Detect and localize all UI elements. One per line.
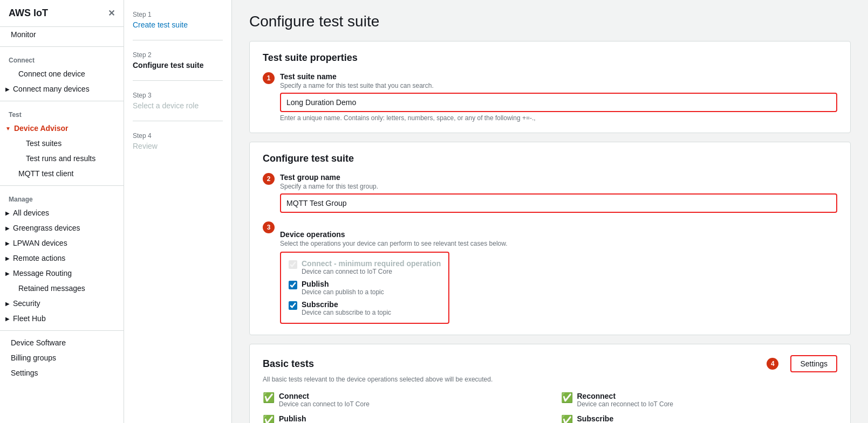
step-1: Step 1 Create test suite	[133, 11, 223, 29]
app-title: AWS IoT	[9, 8, 48, 19]
op-connect-name: Connect - minimum required operation	[302, 259, 441, 268]
close-icon[interactable]: ✕	[108, 8, 115, 18]
chevron-right-icon: ▶	[5, 301, 10, 307]
settings-button[interactable]: Settings	[790, 355, 837, 372]
sidebar-item-test-runs-results[interactable]: Test runs and results	[0, 151, 124, 166]
steps-panel: Step 1 Create test suite Step 2 Configur…	[124, 0, 232, 423]
sidebar-item-label: Settings	[11, 369, 38, 377]
ops-box: Connect - minimum required operation Dev…	[280, 252, 449, 324]
step-badge-4: 4	[767, 358, 778, 370]
test-publish-info: Publish Device can publish to topics	[279, 414, 359, 423]
sidebar-item-connect-many-devices[interactable]: ▶ Connect many devices	[0, 81, 124, 96]
step-2: Step 2 Configure test suite	[133, 51, 223, 70]
device-ops-section: Device operations Select the operations …	[280, 230, 837, 324]
op-subscribe-name: Subscribe	[302, 300, 391, 309]
main-content: Configure test suite Test suite properti…	[232, 0, 868, 423]
step-4: Step 4 Review	[133, 132, 223, 150]
suite-name-hint: Specify a name for this test suite that …	[280, 82, 837, 89]
sidebar-item-fleet-hub[interactable]: ▶ Fleet Hub	[0, 311, 124, 326]
chevron-right-icon: ▶	[5, 255, 10, 261]
suite-name-label: Test suite name	[280, 72, 837, 81]
sidebar-item-settings[interactable]: Settings	[0, 365, 124, 380]
op-connect-text: Connect - minimum required operation Dev…	[302, 259, 441, 275]
sidebar-item-label: Retained messages	[18, 284, 85, 293]
basic-tests-header: Basic tests 4 Settings	[263, 355, 837, 372]
op-publish-name: Publish	[302, 280, 384, 288]
step-3-title: Select a device role	[133, 101, 223, 110]
chevron-right-icon: ▶	[5, 240, 10, 246]
check-circle-icon: ✅	[561, 392, 573, 404]
check-circle-icon: ✅	[263, 414, 275, 423]
op-subscribe-checkbox[interactable]	[289, 301, 297, 310]
tests-grid: ✅ Connect Device can connect to IoT Core…	[263, 392, 837, 423]
op-publish-checkbox[interactable]	[289, 281, 297, 289]
sidebar-item-label: Device Software	[11, 338, 66, 347]
test-item-subscribe: ✅ Subscribe Device can subscribe to topi…	[561, 414, 838, 423]
test-item-reconnect: ✅ Reconnect Device can reconnect to IoT …	[561, 392, 838, 408]
step-3: Step 3 Select a device role	[133, 92, 223, 110]
device-ops-title: Device operations	[280, 230, 837, 239]
sidebar-item-connect-one-device[interactable]: Connect one device	[0, 66, 124, 81]
sidebar-item-message-routing[interactable]: ▶ Message Routing	[0, 266, 124, 281]
step-1-title[interactable]: Create test suite	[133, 20, 223, 29]
sidebar-item-billing-groups[interactable]: Billing groups	[0, 350, 124, 365]
group-name-label: Test group name	[280, 173, 837, 182]
test-subscribe-info: Subscribe Device can subscribe to topics	[577, 414, 665, 423]
sidebar-item-label: Billing groups	[11, 353, 56, 362]
test-connect-name: Connect	[279, 392, 370, 400]
sidebar-item-retained-messages[interactable]: Retained messages	[0, 281, 124, 296]
test-suite-properties-title: Test suite properties	[263, 52, 837, 64]
group-name-hint: Specify a name for this test group.	[280, 183, 837, 190]
sidebar-item-monitor[interactable]: Monitor	[0, 27, 124, 42]
basic-tests-hint: All basic tests relevant to the device o…	[263, 376, 837, 383]
test-item-connect: ✅ Connect Device can connect to IoT Core	[263, 392, 539, 408]
sidebar-item-test-suites[interactable]: Test suites	[0, 136, 124, 151]
sidebar-item-label: Test runs and results	[26, 154, 95, 163]
check-circle-icon: ✅	[561, 414, 573, 423]
op-connect-desc: Device can connect to IoT Core	[302, 268, 441, 275]
sidebar-item-label: MQTT test client	[18, 169, 73, 178]
device-ops-hint: Select the operations your device can pe…	[280, 240, 837, 247]
test-connect-info: Connect Device can connect to IoT Core	[279, 392, 370, 408]
op-publish-text: Publish Device can publish to a topic	[302, 280, 384, 296]
sidebar-item-label: Test suites	[26, 139, 61, 148]
sidebar-item-lpwan-devices[interactable]: ▶ LPWAN devices	[0, 235, 124, 251]
sidebar-header: AWS IoT ✕	[0, 0, 124, 27]
op-publish: Publish Device can publish to a topic	[289, 280, 441, 296]
step-4-title: Review	[133, 142, 223, 150]
sidebar-section-test: Test	[0, 106, 124, 121]
test-reconnect-name: Reconnect	[577, 392, 674, 400]
sidebar-item-label: Device Advisor	[14, 124, 69, 133]
sidebar-item-remote-actions[interactable]: ▶ Remote actions	[0, 251, 124, 266]
sidebar: AWS IoT ✕ Monitor Connect Connect one de…	[0, 0, 124, 423]
sidebar-item-label: LPWAN devices	[13, 239, 67, 247]
sidebar-item-mqtt-test-client[interactable]: MQTT test client	[0, 166, 124, 181]
op-subscribe-desc: Device can subscribe to a topic	[302, 309, 391, 316]
test-connect-desc: Device can connect to IoT Core	[279, 400, 370, 408]
suite-name-note: Enter a unique name. Contains only: lett…	[280, 114, 837, 122]
sidebar-item-label: All devices	[13, 209, 49, 217]
basic-tests-card: Basic tests 4 Settings All basic tests r…	[249, 344, 851, 423]
group-name-input[interactable]	[280, 193, 837, 213]
test-subscribe-name: Subscribe	[577, 414, 665, 423]
sidebar-item-label: Remote actions	[13, 254, 65, 262]
step-2-label: Step 2	[133, 51, 223, 59]
sidebar-item-device-advisor[interactable]: ▼ Device Advisor	[0, 121, 124, 136]
configure-suite-title: Configure test suite	[263, 153, 837, 164]
test-reconnect-info: Reconnect Device can reconnect to IoT Co…	[577, 392, 674, 408]
sidebar-section-connect: Connect	[0, 51, 124, 66]
suite-name-input[interactable]	[280, 93, 837, 112]
sidebar-item-label: Greengrass devices	[13, 224, 80, 232]
op-connect: Connect - minimum required operation Dev…	[289, 259, 441, 275]
sidebar-item-all-devices[interactable]: ▶ All devices	[0, 205, 124, 220]
sidebar-item-label: Monitor	[11, 30, 36, 39]
test-reconnect-desc: Device can reconnect to IoT Core	[577, 400, 674, 408]
sidebar-item-device-software[interactable]: Device Software	[0, 335, 124, 350]
chevron-down-icon: ▼	[5, 126, 11, 131]
test-item-publish: ✅ Publish Device can publish to topics	[263, 414, 539, 423]
step-badge-3: 3	[263, 221, 275, 233]
sidebar-item-greengrass-devices[interactable]: ▶ Greengrass devices	[0, 220, 124, 235]
sidebar-item-security[interactable]: ▶ Security	[0, 296, 124, 311]
op-subscribe-text: Subscribe Device can subscribe to a topi…	[302, 300, 391, 316]
step-1-label: Step 1	[133, 11, 223, 18]
